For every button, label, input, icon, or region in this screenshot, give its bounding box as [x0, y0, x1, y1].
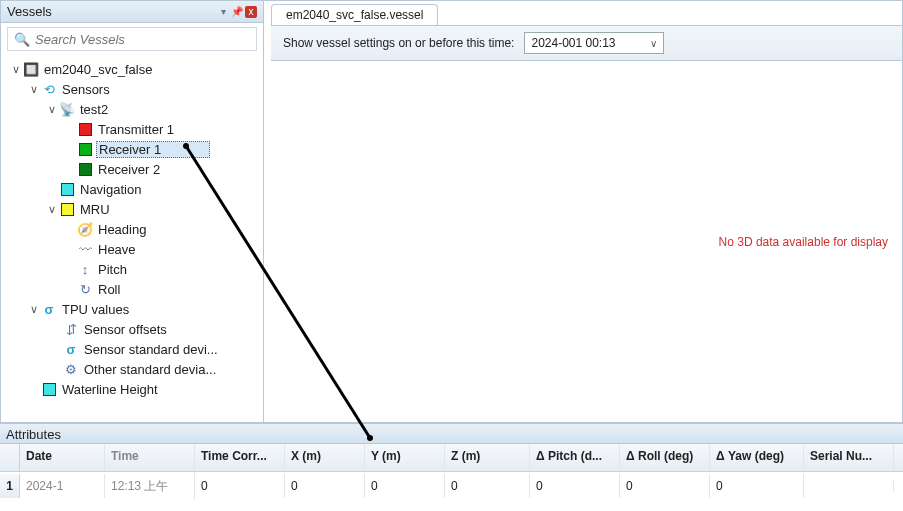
tree-node-sensor-std[interactable]: σ Sensor standard devi... — [5, 339, 261, 359]
time-select-value: 2024-001 00:13 — [531, 36, 615, 50]
3d-viewer[interactable]: No 3D data available for display — [271, 61, 902, 422]
other-icon: ⚙ — [63, 361, 79, 377]
tree-node-roll[interactable]: ↻ Roll — [5, 279, 261, 299]
tree-label: Transmitter 1 — [96, 122, 176, 137]
tree-node-tpu[interactable]: ∨ σ TPU values — [5, 299, 261, 319]
tree-node-root[interactable]: ∨ 🔲 em2040_svc_false — [5, 59, 261, 79]
cell-x[interactable]: 0 — [285, 474, 365, 498]
settings-bar: Show vessel settings on or before this t… — [271, 25, 902, 61]
tree-node-heave[interactable]: 〰 Heave — [5, 239, 261, 259]
col-time[interactable]: Time — [105, 444, 195, 471]
col-y[interactable]: Y (m) — [365, 444, 445, 471]
col-time-corr[interactable]: Time Corr... — [195, 444, 285, 471]
cell-z[interactable]: 0 — [445, 474, 530, 498]
tree-label: test2 — [78, 102, 110, 117]
tree-node-receiver2[interactable]: Receiver 2 — [5, 159, 261, 179]
chevron-down-icon[interactable]: ∨ — [45, 103, 59, 116]
roll-icon: ↻ — [77, 281, 93, 297]
tree-node-pitch[interactable]: ↕ Pitch — [5, 259, 261, 279]
color-swatch-icon — [59, 181, 75, 197]
tree-label: Other standard devia... — [82, 362, 218, 377]
cell-time[interactable]: 12:13 上午 — [105, 473, 195, 500]
attributes-table: Date Time Time Corr... X (m) Y (m) Z (m)… — [0, 444, 903, 500]
search-icon: 🔍 — [14, 32, 30, 47]
tree-node-sensor-offsets[interactable]: ⇵ Sensor offsets — [5, 319, 261, 339]
vessels-title-text: Vessels — [7, 4, 52, 19]
cell-date[interactable]: 2024-1 — [20, 474, 105, 498]
tab-label: em2040_svc_false.vessel — [286, 8, 423, 22]
close-icon[interactable]: x — [245, 6, 257, 18]
tree-node-receiver1[interactable]: Receiver 1 — [5, 139, 261, 159]
tab-vessel-file[interactable]: em2040_svc_false.vessel — [271, 4, 438, 25]
tree-label: Heave — [96, 242, 138, 257]
attributes-panel: Attributes Date Time Time Corr... X (m) … — [0, 423, 903, 511]
col-rownum — [0, 444, 20, 471]
tree-node-heading[interactable]: 🧭 Heading — [5, 219, 261, 239]
attributes-header-row: Date Time Time Corr... X (m) Y (m) Z (m)… — [0, 444, 903, 472]
pin-icon[interactable]: ▾ — [217, 6, 229, 18]
col-serial[interactable]: Serial Nu... — [804, 444, 894, 471]
tree-label: Sensors — [60, 82, 112, 97]
col-date[interactable]: Date — [20, 444, 105, 471]
color-swatch-icon — [41, 381, 57, 397]
chevron-down-icon[interactable]: ∨ — [27, 83, 41, 96]
tree-node-other-std[interactable]: ⚙ Other standard devia... — [5, 359, 261, 379]
sigma-icon: σ — [63, 341, 79, 357]
col-dyaw[interactable]: Δ Yaw (deg) — [710, 444, 804, 471]
cell-dp[interactable]: 0 — [530, 474, 620, 498]
pushpin-icon[interactable]: 📌 — [231, 6, 243, 18]
tree-label: Roll — [96, 282, 122, 297]
sonar-icon: 📡 — [59, 101, 75, 117]
tree-label: TPU values — [60, 302, 131, 317]
color-swatch-icon — [59, 201, 75, 217]
tree-label-selected: Receiver 1 — [96, 141, 210, 158]
pitch-icon: ↕ — [77, 261, 93, 277]
tree-node-mru[interactable]: ∨ MRU — [5, 199, 261, 219]
search-vessels-input-wrapper[interactable]: 🔍 — [7, 27, 257, 51]
tree-label: Pitch — [96, 262, 129, 277]
cell-tc[interactable]: 0 — [195, 474, 285, 498]
tree-node-navigation[interactable]: Navigation — [5, 179, 261, 199]
col-z[interactable]: Z (m) — [445, 444, 530, 471]
tree-label: Sensor standard devi... — [82, 342, 220, 357]
cell-sn[interactable] — [804, 481, 894, 491]
table-row[interactable]: 1 2024-1 12:13 上午 0 0 0 0 0 0 0 — [0, 472, 903, 500]
tree-label: Receiver 2 — [96, 162, 162, 177]
chevron-down-icon[interactable]: ∨ — [27, 303, 41, 316]
tree-label: MRU — [78, 202, 112, 217]
tree-label: em2040_svc_false — [42, 62, 154, 77]
cell-y[interactable]: 0 — [365, 474, 445, 498]
editor-panel: em2040_svc_false.vessel Show vessel sett… — [264, 0, 903, 423]
chevron-down-icon[interactable]: ∨ — [9, 63, 23, 76]
cell-dr[interactable]: 0 — [620, 474, 710, 498]
cell-dy[interactable]: 0 — [710, 474, 804, 498]
time-select-combo[interactable]: 2024-001 00:13 ∨ — [524, 32, 664, 54]
color-swatch-icon — [77, 141, 93, 157]
tree-node-transmitter1[interactable]: Transmitter 1 — [5, 119, 261, 139]
settings-label: Show vessel settings on or before this t… — [283, 36, 514, 50]
tree-label: Navigation — [78, 182, 143, 197]
tree-node-sensors[interactable]: ∨ ⟲ Sensors — [5, 79, 261, 99]
no-3d-data-message: No 3D data available for display — [719, 235, 888, 249]
vessels-tree[interactable]: ∨ 🔲 em2040_svc_false ∨ ⟲ Sensors ∨ 📡 tes… — [1, 55, 263, 422]
search-vessels-input[interactable] — [35, 32, 250, 47]
col-dpitch[interactable]: Δ Pitch (d... — [530, 444, 620, 471]
sensors-icon: ⟲ — [41, 81, 57, 97]
tree-node-test2[interactable]: ∨ 📡 test2 — [5, 99, 261, 119]
vessels-panel: Vessels ▾ 📌 x 🔍 ∨ 🔲 em2040_svc_false ∨ ⟲… — [0, 0, 264, 423]
cell-rownum: 1 — [0, 474, 20, 498]
tpu-icon: σ — [41, 301, 57, 317]
tree-node-waterline[interactable]: Waterline Height — [5, 379, 261, 399]
tree-label: Sensor offsets — [82, 322, 169, 337]
chevron-down-icon[interactable]: ∨ — [45, 203, 59, 216]
chevron-down-icon: ∨ — [650, 38, 657, 49]
color-swatch-icon — [77, 121, 93, 137]
tree-label: Heading — [96, 222, 148, 237]
heading-icon: 🧭 — [77, 221, 93, 237]
offset-icon: ⇵ — [63, 321, 79, 337]
color-swatch-icon — [77, 161, 93, 177]
vessel-icon: 🔲 — [23, 61, 39, 77]
vessels-panel-title: Vessels ▾ 📌 x — [1, 1, 263, 23]
col-x[interactable]: X (m) — [285, 444, 365, 471]
col-droll[interactable]: Δ Roll (deg) — [620, 444, 710, 471]
